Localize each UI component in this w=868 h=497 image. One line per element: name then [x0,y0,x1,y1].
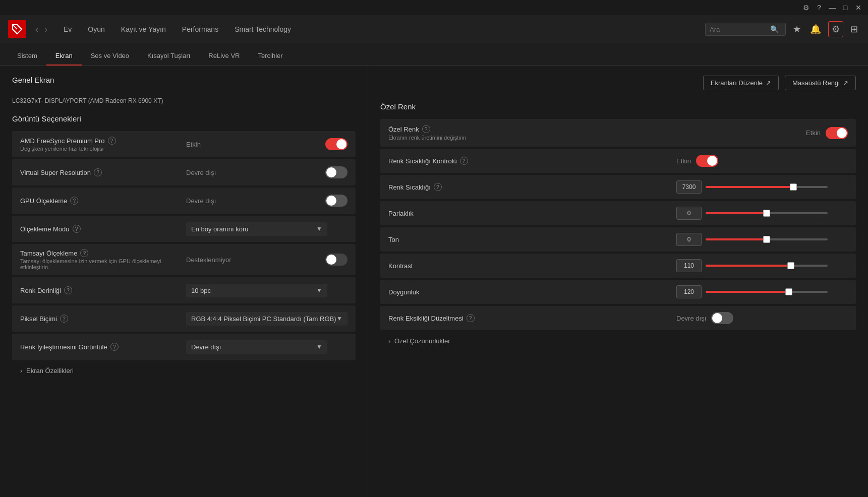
tab-relive-vr[interactable]: ReLive VR [199,47,249,66]
close-icon[interactable]: ✕ [854,3,863,12]
vsr-control: Devre dışı [186,166,348,178]
kontrast-track[interactable] [706,265,828,267]
nav-back-button[interactable]: ‹ [32,20,41,38]
renk-sicakligi-kontrolu-control-label: Etkin [676,157,691,165]
right-header-buttons: Ekranları Düzenle ↗ Masaüstü Rengi ↗ [380,76,856,90]
olcekleme-modu-label-text: Ölçekleme Modu [20,225,70,233]
goruntu-secenekleri-title: Görüntü Seçenekleri [12,114,356,123]
ton-thumb[interactable] [763,236,770,243]
kontrast-slider-control: 110 [676,259,848,272]
renk-derinligi-label-text: Renk Derinliği [20,287,61,294]
help-circle-icon[interactable]: ? [815,3,824,12]
kontrast-value: 110 [676,259,702,272]
olcekleme-modu-dropdown[interactable]: En boy oranını koru ▼ [186,222,327,236]
tamsayi-olcekleme-help-icon[interactable]: ? [80,249,88,257]
renk-sicakligi-kontrolu-help-icon[interactable]: ? [460,157,468,165]
olcekleme-modu-control: En boy oranını koru ▼ [186,222,348,236]
renk-iyilestirme-label-text: Renk İyileştirmesini Görüntüle [20,343,107,351]
olcekleme-modu-chevron-icon: ▼ [316,225,322,232]
piksel-bicimi-control: RGB 4:4:4 Piksel Biçimi PC Standardı (Ta… [186,312,348,326]
renk-derinligi-dropdown-label: 10 bpc [191,287,211,294]
freesync-toggle[interactable] [325,138,348,150]
favorites-icon[interactable]: ★ [791,22,803,37]
nav-smart-link[interactable]: Smart Technology [227,21,298,37]
parlaklık-slider-container: 0 [676,207,828,220]
grid-icon[interactable]: ⊞ [848,22,860,37]
kontrast-thumb[interactable] [787,262,794,269]
doygunluk-thumb[interactable] [785,288,792,295]
renk-derinligi-row: Renk Derinliği ? 10 bpc ▼ [12,277,356,303]
nav-ev-link[interactable]: Ev [56,21,79,37]
nav-links: Ev Oyun Kayıt ve Yayın Performans Smart … [56,21,705,37]
tab-kisayol[interactable]: Kısayol Tuşları [138,47,199,66]
renk-sicakligi-slider-help-icon[interactable]: ? [434,183,442,191]
tab-ekran[interactable]: Ekran [46,47,82,66]
ozel-renk-section: Özel Renk ? Ekranın renk üretimini değiş… [380,119,856,147]
renk-eksikligi-toggle[interactable] [711,312,733,324]
settings-system-icon[interactable]: ⚙ [801,3,811,12]
renk-iyilestirme-dropdown-label: Devre dışı [191,343,221,351]
renk-sicakligi-kontrolu-toggle[interactable] [696,155,718,167]
search-input[interactable] [710,26,770,33]
genel-ekran-header: Genel Ekran [12,76,356,92]
tab-sistem[interactable]: Sistem [8,47,46,66]
renk-eksikligi-label: Renk Eksikliği Düzeltmesi ? [388,314,676,322]
freesync-help-icon[interactable]: ? [108,137,116,145]
amd-logo [8,20,26,38]
ton-track[interactable] [706,238,828,240]
genel-ekran-title: Genel Ekran [12,76,54,84]
minimize-icon[interactable]: — [828,3,837,12]
ozel-renk-sublabel: Ekranın renk üretimini değiştirin [388,135,466,141]
renk-sicakligi-thumb[interactable] [790,183,797,191]
vsr-toggle[interactable] [325,166,348,178]
renk-derinligi-info: Renk Derinliği ? [20,286,186,294]
nav-oyun-link[interactable]: Oyun [81,21,111,37]
tamsayi-olcekleme-row: Tamsayı Ölçekleme ? Tamsayı ölçeklemesin… [12,244,356,275]
ozel-cozunurlukler-row[interactable]: › Özel Çözünürlükler [380,332,856,350]
parlaklık-thumb[interactable] [763,210,770,217]
renk-derinligi-dropdown[interactable]: 10 bpc ▼ [186,284,327,297]
parlaklık-track[interactable] [706,212,828,214]
ozel-renk-help-icon[interactable]: ? [422,125,430,133]
renk-iyilestirme-help-icon[interactable]: ? [110,343,119,351]
renk-sicakligi-track[interactable] [706,186,828,188]
ekranlari-duzenle-button[interactable]: Ekranları Düzenle ↗ [703,76,779,90]
renk-iyilestirme-chevron-icon: ▼ [316,343,322,350]
nav-forward-button[interactable]: › [41,20,50,38]
external-link2-icon: ↗ [843,79,848,87]
tab-ses-video[interactable]: Ses ve Video [82,47,138,66]
renk-sicakligi-slider-row: Renk Sıcaklığı ? 7300 [380,175,856,199]
ekran-ozellikleri-row[interactable]: › Ekran Özellikleri [12,362,356,375]
olcekleme-modu-info: Ölçekleme Modu ? [20,225,186,233]
vsr-help-icon[interactable]: ? [94,168,102,176]
renk-eksikligi-row: Renk Eksikliği Düzeltmesi ? Devre dışı [380,306,856,330]
left-panel: Genel Ekran LC32G7xT- DISPLAYPORT (AMD R… [0,66,368,497]
nav-performans-link[interactable]: Performans [175,21,225,37]
masaustu-rengi-button[interactable]: Masaüstü Rengi ↗ [785,76,856,90]
ozel-renk-toggle[interactable] [826,127,848,139]
nav-kayit-link[interactable]: Kayıt ve Yayın [114,21,173,37]
search-box[interactable]: 🔍 [705,23,786,36]
tab-tercihler[interactable]: Tercihler [249,47,292,66]
renk-iyilestirme-dropdown[interactable]: Devre dışı ▼ [186,340,327,354]
doygunluk-track[interactable] [706,291,828,293]
piksel-bicimi-dropdown-label: RGB 4:4:4 Piksel Biçimi PC Standardı (Ta… [191,315,336,323]
piksel-bicimi-dropdown[interactable]: RGB 4:4:4 Piksel Biçimi PC Standardı (Ta… [186,312,348,326]
ozel-renk-label-text: Özel Renk [388,126,419,133]
freesync-control: Etkin [186,138,348,150]
settings-icon[interactable]: ⚙ [828,21,843,37]
tamsayi-olcekleme-sublabel: Tamsayı ölçeklemesine izin vermek için G… [20,258,186,270]
gpu-olcekleme-toggle[interactable] [325,195,348,207]
renk-sicakligi-slider-control: 7300 [676,180,848,194]
doygunluk-slider-label: Doygunluk [388,288,676,296]
ton-slider-control: 0 [676,233,848,246]
tamsayi-olcekleme-label-text: Tamsayı Ölçekleme [20,250,77,257]
tamsayi-olcekleme-toggle[interactable] [325,254,348,266]
olcekleme-modu-help-icon[interactable]: ? [73,225,81,233]
notifications-icon[interactable]: 🔔 [808,22,823,37]
renk-eksikligi-help-icon[interactable]: ? [467,314,475,322]
gpu-olcekleme-help-icon[interactable]: ? [70,197,78,205]
piksel-bicimi-help-icon[interactable]: ? [60,315,68,323]
renk-derinligi-help-icon[interactable]: ? [64,286,72,294]
maximize-icon[interactable]: □ [841,3,850,12]
